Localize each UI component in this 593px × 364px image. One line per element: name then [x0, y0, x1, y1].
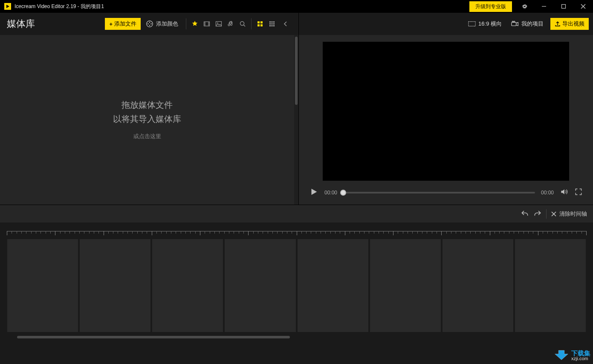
- fullscreen-icon: [574, 188, 583, 196]
- media-library-heading: 媒体库: [7, 17, 35, 30]
- drop-text-line2: 以将其导入媒体库: [113, 113, 181, 125]
- timeline-slot[interactable]: [152, 239, 223, 332]
- aspect-ratio-button[interactable]: 16:9 横向: [466, 18, 504, 29]
- timeline-slot[interactable]: [7, 239, 78, 332]
- export-video-button[interactable]: 导出视频: [550, 18, 589, 30]
- svg-rect-25: [269, 21, 271, 23]
- timeline-track[interactable]: [7, 239, 586, 332]
- ruler-tick: [567, 231, 567, 234]
- ruler-tick: [354, 231, 355, 234]
- timeline-slot[interactable]: [370, 239, 441, 332]
- image-icon: [215, 20, 222, 27]
- timeline-slot[interactable]: [297, 239, 369, 332]
- ruler-tick: [562, 231, 562, 234]
- ruler-tick: [137, 231, 138, 234]
- fullscreen-button[interactable]: [574, 188, 583, 198]
- ruler-tick: [480, 231, 480, 234]
- filter-all-button[interactable]: [189, 18, 201, 30]
- filter-video-button[interactable]: [201, 18, 213, 30]
- ruler-tick: [528, 231, 529, 234]
- ruler-tick: [446, 231, 447, 234]
- export-video-label: 导出视频: [562, 20, 584, 28]
- media-drop-zone[interactable]: 拖放媒体文件 以将其导入媒体库 或点击这里: [0, 35, 294, 205]
- redo-icon: [533, 210, 542, 218]
- ruler-tick: [234, 231, 234, 234]
- svg-rect-35: [512, 22, 516, 26]
- view-grid-large-button[interactable]: [254, 18, 266, 30]
- svg-rect-27: [273, 21, 275, 23]
- my-project-button[interactable]: 我的项目: [509, 18, 546, 29]
- seek-slider[interactable]: [343, 192, 535, 194]
- scrollbar-thumb[interactable]: [295, 37, 298, 105]
- collapse-panel-button[interactable]: [280, 18, 292, 30]
- preview-controls: 00:00 00:00: [299, 181, 593, 205]
- svg-rect-24: [260, 24, 263, 26]
- filter-image-button[interactable]: [213, 18, 225, 30]
- timeline-slot[interactable]: [224, 239, 296, 332]
- ruler-tick: [21, 231, 22, 234]
- ruler-tick: [123, 231, 123, 234]
- ruler-tick: [239, 231, 239, 234]
- maximize-icon: [561, 3, 567, 9]
- watermark: 下载集 xzji.com: [554, 350, 590, 361]
- timeline-slot[interactable]: [442, 239, 514, 332]
- ruler-tick: [118, 231, 118, 234]
- timeline-slot[interactable]: [515, 239, 586, 332]
- ruler-tick: [166, 231, 167, 234]
- timeline-h-scrollbar[interactable]: [7, 335, 586, 339]
- aspect-ratio-label: 16:9 横向: [478, 20, 502, 28]
- add-file-label: 添加文件: [114, 20, 136, 28]
- scrollbar-thumb[interactable]: [17, 336, 290, 338]
- ruler-tick: [224, 231, 225, 234]
- ruler-tick: [94, 231, 94, 234]
- close-button[interactable]: [573, 0, 593, 13]
- ruler-tick: [509, 231, 509, 234]
- volume-button[interactable]: [560, 188, 568, 198]
- maximize-button[interactable]: [554, 0, 573, 13]
- ruler-tick: [437, 231, 437, 234]
- timeline-slot[interactable]: [79, 239, 151, 332]
- ruler-tick: [195, 231, 196, 234]
- ruler-tick: [185, 231, 186, 234]
- ruler-tick: [470, 231, 471, 234]
- ruler-tick: [466, 231, 466, 234]
- redo-button[interactable]: [533, 210, 542, 218]
- filter-audio-button[interactable]: [225, 18, 237, 30]
- clear-timeline-button[interactable]: 清除时间轴: [551, 210, 587, 218]
- seek-knob[interactable]: [340, 190, 346, 196]
- window-title: Icecream Video Editor 2.19 - 我的项目1: [14, 3, 104, 10]
- svg-point-19: [240, 22, 244, 26]
- add-color-button[interactable]: 添加颜色: [146, 20, 178, 28]
- time-current: 00:00: [324, 190, 337, 196]
- svg-marker-0: [6, 5, 9, 8]
- ruler-tick: [364, 231, 364, 234]
- watermark-name: 下载集: [571, 350, 590, 356]
- ruler-tick: [210, 231, 210, 234]
- ruler-tick: [248, 231, 249, 235]
- ruler-tick: [171, 231, 171, 234]
- minimize-button[interactable]: [534, 0, 554, 13]
- ruler-tick: [374, 231, 374, 234]
- svg-point-8: [149, 25, 150, 26]
- undo-button[interactable]: [521, 210, 529, 218]
- ruler-tick: [412, 231, 413, 234]
- ruler-tick: [272, 231, 273, 234]
- view-grid-small-button[interactable]: [266, 18, 278, 30]
- upgrade-button[interactable]: 升级到专业版: [469, 1, 512, 12]
- add-file-button[interactable]: + 添加文件: [105, 18, 141, 30]
- ruler-tick: [108, 231, 109, 234]
- settings-button[interactable]: [515, 0, 534, 13]
- ruler-tick: [301, 231, 302, 234]
- timeline-ruler[interactable]: [7, 231, 586, 237]
- ruler-tick: [287, 231, 287, 234]
- svg-point-18: [217, 23, 218, 23]
- ruler-tick: [504, 231, 504, 234]
- svg-point-9: [148, 23, 148, 24]
- media-scrollbar[interactable]: [294, 35, 298, 205]
- play-icon: [309, 187, 318, 196]
- grid-small-icon: [269, 20, 275, 27]
- video-canvas[interactable]: [323, 42, 569, 181]
- search-button[interactable]: [237, 18, 249, 30]
- play-button[interactable]: [309, 187, 318, 198]
- undo-icon: [521, 210, 529, 218]
